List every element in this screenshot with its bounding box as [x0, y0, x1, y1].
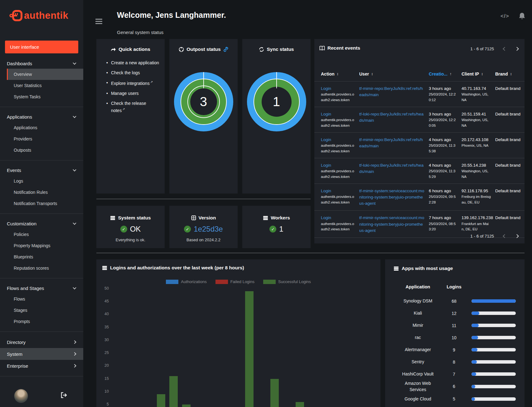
avatar[interactable]: [14, 389, 28, 403]
api-code-icon[interactable]: </>: [501, 13, 509, 19]
divider: [0, 278, 83, 278]
bullet-icon: •: [106, 70, 108, 76]
chevron-right-icon: [73, 352, 76, 356]
page-next-icon[interactable]: [515, 234, 519, 238]
app-usage-bar-track: [472, 336, 516, 339]
quick-action-label: Check the release notes↗: [111, 100, 160, 114]
sort-icon[interactable]: ↕: [510, 72, 512, 76]
sidebar-item-overview[interactable]: Overview: [7, 69, 83, 80]
event-action-link[interactable]: Login: [321, 215, 355, 221]
chart-plot: [104, 289, 369, 407]
quick-action-check-the-logs[interactable]: •Check the logs: [106, 70, 160, 76]
event-time-ago: 6 hours ago: [429, 188, 457, 194]
column-header-brand[interactable]: Brand↕: [495, 71, 521, 76]
column-header-action[interactable]: Action↕: [321, 71, 355, 76]
sidebar-group-system[interactable]: System: [0, 348, 83, 360]
sidebar-group-flows-and-stages[interactable]: Flows and Stages: [0, 283, 83, 293]
sidebar-item-reputation-scores[interactable]: Reputation scores: [0, 262, 83, 274]
sidebar-item-stages[interactable]: Stages: [0, 305, 83, 316]
event-ip: 20.51.159.41: [462, 111, 491, 117]
event-action-link[interactable]: Login: [321, 111, 355, 117]
app-usage-bar-cell: [472, 372, 516, 376]
sync-count: 1: [273, 94, 280, 109]
sort-icon[interactable]: ↕: [371, 72, 373, 76]
sync-icon: [259, 47, 264, 52]
event-action-cell: Loginauthentik.providers.oauth2.views.to…: [321, 111, 355, 129]
event-user-link[interactable]: tf-mimir-system:serviceaccount:monitorin…: [359, 188, 425, 207]
app-usage-bar-track: [472, 372, 516, 376]
sidebar-item-flows[interactable]: Flows: [0, 293, 83, 305]
sidebar-item-outposts[interactable]: Outposts: [0, 145, 83, 156]
event-user-link[interactable]: tf-loki-repo:BeryJu/k8s:ref:refs/heads/m…: [359, 162, 425, 175]
sidebar-item-property-mappings[interactable]: Property Mappings: [0, 240, 83, 251]
sidebar-item-applications[interactable]: Applications: [0, 122, 83, 133]
sidebar-item-providers[interactable]: Providers: [0, 133, 83, 145]
sidebar-group-applications[interactable]: Applications: [0, 111, 83, 122]
user-interface-button[interactable]: User interface: [5, 41, 78, 53]
event-timestamp: 25/03/2024, 11:35:29: [429, 169, 457, 180]
sidebar-item-policies[interactable]: Policies: [0, 229, 83, 240]
sidebar-item-blueprints[interactable]: Blueprints: [0, 251, 83, 262]
event-ip: 139.162.176.238: [462, 215, 491, 221]
page-prev-icon[interactable]: [503, 47, 507, 51]
quick-action-manage-users[interactable]: •Manage users: [106, 90, 160, 97]
sidebar-item-system-tasks[interactable]: System Tasks: [0, 91, 83, 102]
event-action-link[interactable]: Login: [321, 162, 355, 169]
sort-icon[interactable]: ↕: [337, 72, 339, 76]
notifications-bell-icon[interactable]: [519, 12, 525, 20]
quick-action-create-a-new-application[interactable]: •Create a new application: [106, 60, 160, 66]
event-user-link[interactable]: tf-mimir-system:serviceaccount:monitorin…: [359, 215, 425, 234]
event-action-link[interactable]: Login: [321, 188, 355, 194]
app-usage-bar-track: [472, 385, 516, 388]
sidebar-group-events[interactable]: Events: [0, 165, 83, 175]
sidebar-item-user-statistics[interactable]: User Statistics: [0, 80, 83, 91]
legend-label: Failed Logins: [230, 279, 254, 284]
sidebar-item-label: Logs: [14, 179, 23, 184]
app-name: HashiCorp Vault: [399, 371, 437, 377]
page-next-icon[interactable]: [515, 47, 519, 51]
event-user-link[interactable]: tf-mimir-repo:BeryJu/k8s:ref:refs/heads/…: [359, 137, 425, 150]
legend-item-failed-logins[interactable]: Failed Logins: [215, 279, 254, 284]
outpost-status-donut: 3: [174, 72, 233, 131]
event-client-ip-cell: 20.172.43.108Phoenix, US, NA: [462, 137, 491, 154]
event-user-link[interactable]: tf-mimir-repo:BeryJu/k8s:ref:refs/heads/…: [359, 86, 425, 98]
legend-item-authorizations[interactable]: Authorizations: [166, 279, 206, 284]
table-row: Loginauthentik.providers.oauth2.views.to…: [314, 107, 525, 133]
sidebar-item-label: Notification Transports: [14, 201, 57, 206]
sidebar-item-prompts[interactable]: Prompts: [0, 316, 83, 327]
sidebar-group-directory[interactable]: Directory: [0, 336, 83, 348]
event-user-cell: tf-mimir-system:serviceaccount:monitorin…: [359, 188, 425, 207]
event-user-link[interactable]: tf-loki-repo:BeryJu/k8s:ref:refs/heads/m…: [359, 111, 425, 124]
app-usage-bar-track: [472, 311, 516, 315]
sidebar-item-notification-transports[interactable]: Notification Transports: [0, 198, 83, 209]
sort-icon[interactable]: ↕: [481, 72, 483, 76]
server-icon: [394, 266, 399, 271]
page-prev-icon[interactable]: [503, 234, 507, 238]
column-header-user[interactable]: User↕: [359, 71, 425, 76]
sidebar-group-enterprise[interactable]: Enterprise: [0, 360, 83, 372]
outpost-status-card: Outpost status 3: [169, 39, 238, 194]
column-header-client-ip[interactable]: Client IP↕: [462, 71, 491, 76]
event-action-detail: authentik.providers.oauth2.views.token: [321, 221, 355, 233]
sidebar-item-logs[interactable]: Logs: [0, 175, 83, 187]
sidebar-group-dashboards[interactable]: Dashboards: [0, 58, 83, 69]
event-ip: 40.71.163.74: [462, 86, 491, 92]
quick-action-check-the-release-notes[interactable]: •Check the release notes↗: [106, 100, 160, 114]
app-usage-row: HashiCorp Vault7: [385, 368, 525, 380]
app-name: Mimir: [399, 322, 437, 328]
sort-icon[interactable]: ↑: [450, 72, 452, 76]
divider: [0, 107, 83, 107]
menu-toggle-icon[interactable]: [95, 19, 102, 25]
sidebar-group-customization[interactable]: Customization: [0, 218, 83, 229]
version-value-link[interactable]: 1e25d3e: [194, 225, 223, 233]
outpost-link-icon[interactable]: [223, 47, 228, 52]
sync-status-card: Sync status 1: [242, 39, 311, 194]
sign-out-icon[interactable]: [60, 392, 67, 398]
legend-item-successful-logins[interactable]: Successful Logins: [263, 279, 311, 284]
sidebar-item-notification-rules[interactable]: Notification Rules: [0, 187, 83, 198]
event-action-link[interactable]: Login: [321, 86, 355, 92]
quick-action-explore-integrations[interactable]: •Explore integrations↗: [106, 80, 160, 87]
column-header-creatio[interactable]: Creatio...↑: [429, 71, 457, 76]
event-action-link[interactable]: Login: [321, 137, 355, 143]
sidebar-item-label: Providers: [14, 136, 32, 141]
